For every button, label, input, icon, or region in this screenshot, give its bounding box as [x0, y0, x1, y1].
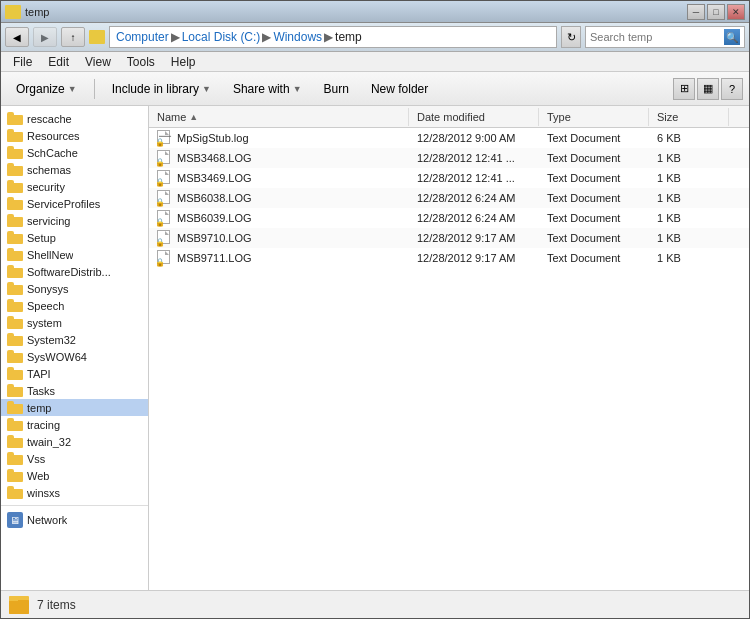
sidebar-item-system[interactable]: system	[1, 314, 148, 331]
folder-icon	[7, 214, 23, 227]
lock-icon: 🔒	[155, 178, 165, 187]
file-type-cell: Text Document	[539, 250, 649, 266]
sidebar-item-resources[interactable]: Resources	[1, 127, 148, 144]
breadcrumb-windows[interactable]: Windows	[273, 30, 322, 44]
sidebar-item-security[interactable]: security	[1, 178, 148, 195]
sidebar-item-vss[interactable]: Vss	[1, 450, 148, 467]
window-icon	[5, 5, 21, 19]
file-date-cell: 12/28/2012 12:41 ...	[409, 170, 539, 186]
table-row[interactable]: 🔒 MSB6038.LOG 12/28/2012 6:24 AM Text Do…	[149, 188, 749, 208]
breadcrumb-computer[interactable]: Computer	[116, 30, 169, 44]
sidebar-item-winsxs[interactable]: winsxs	[1, 484, 148, 501]
file-date-cell: 12/28/2012 6:24 AM	[409, 210, 539, 226]
title-bar-left: temp	[5, 5, 49, 19]
sidebar-item-schemas[interactable]: schemas	[1, 161, 148, 178]
file-size-cell: 1 KB	[649, 250, 729, 266]
sidebar-item-system32[interactable]: System32	[1, 331, 148, 348]
sidebar-item-tasks[interactable]: Tasks	[1, 382, 148, 399]
table-row[interactable]: ━━━━ 🔒 MpSigStub.log 12/28/2012 9:00 AM …	[149, 128, 749, 148]
refresh-button[interactable]: ↻	[561, 26, 581, 48]
breadcrumb-localdisk[interactable]: Local Disk (C:)	[182, 30, 261, 44]
col-header-name[interactable]: Name ▲	[149, 108, 409, 126]
back-button[interactable]: ◀	[5, 27, 29, 47]
sidebar-item-rescache[interactable]: rescache	[1, 110, 148, 127]
sidebar-item-temp[interactable]: temp	[1, 399, 148, 416]
sidebar-item-softwaredistrib[interactable]: SoftwareDistrib...	[1, 263, 148, 280]
sidebar-item-tapi[interactable]: TAPI	[1, 365, 148, 382]
file-date-cell: 12/28/2012 9:17 AM	[409, 250, 539, 266]
col-header-size[interactable]: Size	[649, 108, 729, 126]
table-row[interactable]: 🔒 MSB9711.LOG 12/28/2012 9:17 AM Text Do…	[149, 248, 749, 268]
maximize-button[interactable]: □	[707, 4, 725, 20]
sidebar-item-web[interactable]: Web	[1, 467, 148, 484]
sidebar-item-servicing[interactable]: servicing	[1, 212, 148, 229]
help-button[interactable]: ?	[721, 78, 743, 100]
toolbar: Organize ▼ Include in library ▼ Share wi…	[1, 72, 749, 106]
file-type-cell: Text Document	[539, 170, 649, 186]
view-button[interactable]: ⊞	[673, 78, 695, 100]
table-row[interactable]: 🔒 MSB9710.LOG 12/28/2012 9:17 AM Text Do…	[149, 228, 749, 248]
file-type-cell: Text Document	[539, 210, 649, 226]
breadcrumb-temp[interactable]: temp	[335, 30, 362, 44]
folder-icon	[7, 112, 23, 125]
menu-tools[interactable]: Tools	[119, 53, 163, 71]
breadcrumb[interactable]: Computer ▶ Local Disk (C:) ▶ Windows ▶ t…	[109, 26, 557, 48]
sort-arrow-name: ▲	[189, 112, 198, 122]
search-input[interactable]	[590, 31, 710, 43]
search-bar: 🔍	[585, 26, 745, 48]
file-type-cell: Text Document	[539, 150, 649, 166]
search-button[interactable]: 🔍	[724, 29, 740, 45]
sidebar-item-schcache[interactable]: SchCache	[1, 144, 148, 161]
minimize-button[interactable]: ─	[687, 4, 705, 20]
organize-button[interactable]: Organize ▼	[7, 76, 86, 102]
table-row[interactable]: 🔒 MSB6039.LOG 12/28/2012 6:24 AM Text Do…	[149, 208, 749, 228]
sidebar-item-serviceprofiles[interactable]: ServiceProfiles	[1, 195, 148, 212]
folder-icon	[7, 316, 23, 329]
folder-icon	[7, 129, 23, 142]
layout-button[interactable]: ▦	[697, 78, 719, 100]
menu-file[interactable]: File	[5, 53, 40, 71]
table-row[interactable]: 🔒 MSB3469.LOG 12/28/2012 12:41 ... Text …	[149, 168, 749, 188]
forward-button[interactable]: ▶	[33, 27, 57, 47]
window-title: temp	[25, 6, 49, 18]
include-library-button[interactable]: Include in library ▼	[103, 76, 220, 102]
sidebar-item-syswow64[interactable]: SysWOW64	[1, 348, 148, 365]
sidebar-item-twain32[interactable]: twain_32	[1, 433, 148, 450]
sidebar-item-setup[interactable]: Setup	[1, 229, 148, 246]
menu-help[interactable]: Help	[163, 53, 204, 71]
menu-view[interactable]: View	[77, 53, 119, 71]
status-bar: 7 items	[1, 590, 749, 618]
network-label: Network	[27, 514, 67, 526]
file-size-cell: 1 KB	[649, 150, 729, 166]
folder-icon	[7, 418, 23, 431]
file-size-cell: 1 KB	[649, 230, 729, 246]
folder-icon	[7, 197, 23, 210]
col-header-type[interactable]: Type	[539, 108, 649, 126]
share-with-button[interactable]: Share with ▼	[224, 76, 311, 102]
sidebar-item-shellnew[interactable]: ShellNew	[1, 246, 148, 263]
up-button[interactable]: ↑	[61, 27, 85, 47]
folder-icon	[7, 435, 23, 448]
menu-edit[interactable]: Edit	[40, 53, 77, 71]
sidebar-item-speech[interactable]: Speech	[1, 297, 148, 314]
lock-icon: 🔒	[155, 138, 165, 147]
file-name-cell: 🔒 MSB6039.LOG	[149, 208, 409, 228]
content-area: rescache Resources SchCache schemas secu…	[1, 106, 749, 590]
file-list: ━━━━ 🔒 MpSigStub.log 12/28/2012 9:00 AM …	[149, 128, 749, 590]
col-header-date[interactable]: Date modified	[409, 108, 539, 126]
folder-icon	[7, 469, 23, 482]
file-type-cell: Text Document	[539, 190, 649, 206]
network-item[interactable]: 🖥 Network	[7, 510, 142, 530]
address-bar: ◀ ▶ ↑ Computer ▶ Local Disk (C:) ▶ Windo…	[1, 23, 749, 52]
sidebar-item-sonysys[interactable]: Sonysys	[1, 280, 148, 297]
new-folder-button[interactable]: New folder	[362, 76, 437, 102]
file-name-cell: 🔒 MSB6038.LOG	[149, 188, 409, 208]
folder-icon	[7, 180, 23, 193]
close-button[interactable]: ✕	[727, 4, 745, 20]
burn-button[interactable]: Burn	[315, 76, 358, 102]
table-row[interactable]: 🔒 MSB3468.LOG 12/28/2012 12:41 ... Text …	[149, 148, 749, 168]
sidebar-item-tracing[interactable]: tracing	[1, 416, 148, 433]
window: temp ─ □ ✕ ◀ ▶ ↑ Computer ▶ Local Disk (…	[0, 0, 750, 619]
include-arrow: ▼	[202, 84, 211, 94]
breadcrumb-arrow-1: ▶	[171, 30, 180, 44]
